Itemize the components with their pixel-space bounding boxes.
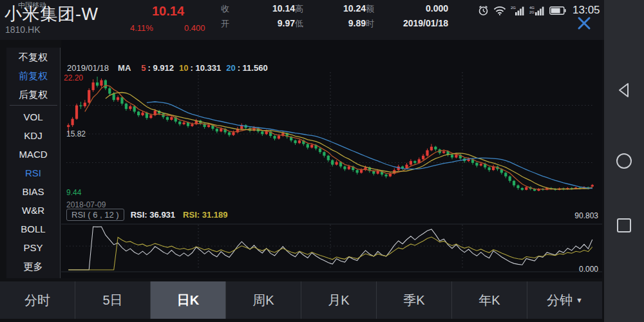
chart-region: 2019/01/18 MA 5: 9.91210: 10.33120: 11.5…	[61, 40, 602, 278]
rsi12-line	[68, 237, 592, 270]
android-navbar	[604, 0, 644, 322]
ma-legend: 2019/01/18 MA 5: 9.91210: 10.33120: 11.5…	[67, 63, 268, 73]
ma20-period: 20	[226, 63, 235, 73]
indicator-sidebar: 不复权前复权后复权VOLKDJMACDRSIBIASW&RBOLLPSY更多	[6, 48, 61, 278]
rsi-settings-button[interactable]: RSI ( 6 , 12 )	[66, 209, 124, 221]
ma-values: 5: 9.91210: 10.33120: 11.560	[136, 63, 267, 73]
price-mid-label: 15.82	[66, 129, 86, 138]
ma20-line	[147, 102, 592, 189]
sidebar-item-psy[interactable]: PSY	[6, 238, 60, 257]
ma10-line	[106, 93, 592, 189]
svg-text:2G: 2G	[529, 10, 535, 14]
change-absolute: 0.400	[184, 23, 205, 33]
crosshair-date: 2019/01/18	[67, 63, 109, 73]
sidebar-item-rsi[interactable]: RSI	[6, 164, 60, 182]
chevron-down-icon: ▼	[576, 296, 583, 304]
rsi-axis-max: 90.803	[574, 211, 598, 220]
tab-5day[interactable]: 5日	[75, 281, 151, 319]
status-time: 13:05	[573, 4, 600, 17]
svg-text:2G: 2G	[511, 6, 516, 10]
quote-低: 低9.89	[295, 18, 366, 30]
ma5-value: : 9.912	[148, 63, 174, 73]
recents-icon[interactable]	[616, 218, 632, 236]
tab-time[interactable]: 分时	[0, 281, 75, 319]
sidebar-divider	[10, 105, 57, 106]
stock-symbol: 1810.HK	[5, 24, 40, 35]
tab-quarterly-k[interactable]: 季K	[377, 281, 452, 319]
rsi6-value: RSI: 36.931	[131, 210, 175, 220]
tab-weekly-k[interactable]: 周K	[226, 281, 301, 319]
price-high-label: 22.20	[64, 73, 83, 82]
app-screen: 中国移动 小米集团-W 1810.HK 10.14 4.11% 0.400 收1…	[0, 0, 644, 322]
close-icon[interactable]	[576, 15, 592, 31]
sidebar-item-kdj[interactable]: KDJ	[6, 126, 60, 145]
quote-高: 高10.24	[295, 3, 366, 15]
sidebar-item-no-adjust[interactable]: 不复权	[6, 48, 60, 66]
period-tabbar: 分时5日日K周K月K季K年K分钟▼	[0, 281, 602, 319]
quote-收: 收10.14	[221, 3, 295, 15]
ma10-value: : 10.331	[190, 63, 221, 73]
quote-grid: 收10.14高10.24额0.000开9.97低9.89时2019/01/18	[221, 3, 448, 30]
quote-时: 时2019/01/18	[366, 18, 448, 30]
sidebar-item-macd[interactable]: MACD	[6, 145, 60, 164]
ma5-period: 5	[141, 63, 146, 73]
start-date-label: 2018-07-09	[66, 200, 106, 209]
stock-header: 中国移动 小米集团-W 1810.HK 10.14 4.11% 0.400 收1…	[0, 0, 605, 40]
sidebar-item-vol[interactable]: VOL	[6, 108, 60, 126]
price-low-label: 9.44	[66, 188, 81, 197]
status-icons: 2G 4G2G 13:05	[478, 4, 600, 17]
signal-2g-icon: 2G	[511, 5, 525, 16]
ma-label: MA	[118, 63, 131, 73]
tab-monthly-k[interactable]: 月K	[301, 281, 377, 319]
back-icon[interactable]	[616, 82, 632, 101]
grid-lines	[61, 72, 602, 272]
ma10-period: 10	[179, 63, 188, 73]
sidebar-item-bias[interactable]: BIAS	[6, 182, 60, 201]
quote-额: 额0.000	[366, 3, 448, 15]
rsi-axis-min: 0.000	[579, 265, 598, 274]
sidebar-item-boll[interactable]: BOLL	[6, 220, 60, 238]
wifi-icon	[493, 6, 506, 15]
alarm-icon	[478, 5, 489, 16]
home-icon[interactable]	[616, 153, 632, 172]
sidebar-item-forward-adjust[interactable]: 前复权	[6, 66, 60, 85]
battery-icon	[549, 6, 566, 15]
stock-title: 小米集团-W	[5, 3, 98, 26]
candlestick-chart-canvas[interactable]	[61, 40, 602, 278]
ma20-value: : 11.560	[238, 63, 268, 73]
tab-minute[interactable]: 分钟▼	[527, 281, 602, 319]
rsi-header: RSI ( 6 , 12 ) RSI: 36.931 RSI: 31.189	[66, 209, 227, 221]
rsi12-value: RSI: 31.189	[183, 210, 227, 220]
tab-daily-k[interactable]: 日K	[151, 281, 226, 319]
sidebar-item-back-adjust[interactable]: 后复权	[6, 85, 60, 104]
signal-4g-icon: 4G2G	[529, 5, 545, 16]
tab-yearly-k[interactable]: 年K	[452, 281, 527, 319]
ma5-line	[85, 86, 592, 189]
current-price: 10.14	[152, 4, 184, 19]
sidebar-item-wr[interactable]: W&R	[6, 201, 60, 220]
quote-开: 开9.97	[221, 18, 295, 30]
sidebar-item-more[interactable]: 更多	[6, 257, 60, 276]
svg-text:4G: 4G	[529, 6, 535, 10]
change-percent: 4.11%	[130, 23, 153, 33]
